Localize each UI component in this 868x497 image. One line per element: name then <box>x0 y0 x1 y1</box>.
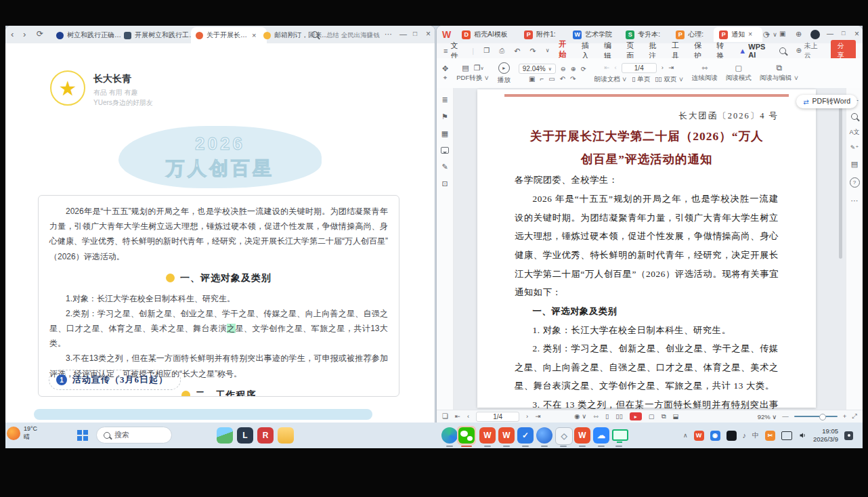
avatar[interactable] <box>810 30 820 39</box>
select-tool-icon[interactable]: ⌖ <box>443 74 448 81</box>
vertical-scrollbar[interactable] <box>839 96 842 259</box>
pdf-to-word-button[interactable]: ⇄ PDF转Word <box>796 95 857 108</box>
stamp-icon[interactable]: ⊡ <box>441 180 448 188</box>
prev-page-icon[interactable]: ‹ <box>467 413 469 420</box>
actual-size-icon[interactable]: ▣ <box>529 76 535 83</box>
maximize-button[interactable]: □ <box>413 30 417 37</box>
browser-globe-icon[interactable] <box>536 427 552 444</box>
play-group[interactable]: ▸ 播放 <box>498 62 511 85</box>
play-icon[interactable]: ▸ <box>498 62 510 74</box>
signature-icon[interactable]: ✎ <box>441 163 448 171</box>
minimize-button[interactable]: — <box>399 30 407 38</box>
read-mode-icon[interactable]: ▢ <box>649 413 655 420</box>
sidebar-toggle-icon[interactable]: ❏ <box>442 413 448 420</box>
chevron-down-icon[interactable]: ∨ <box>546 48 550 53</box>
weather-widget[interactable]: 19°C 晴 <box>7 425 37 441</box>
status-page-indicator[interactable]: 1/4 <box>476 412 519 422</box>
browser-tab-3-active[interactable]: 关于开展长… × <box>191 27 267 43</box>
volume-icon[interactable] <box>798 431 807 439</box>
more-menu-icon[interactable]: ⋯ <box>385 30 393 38</box>
tray-wps-icon[interactable]: W <box>694 431 704 441</box>
annotation-list-icon[interactable]: ≣ <box>441 96 448 104</box>
tray-qq-icon[interactable] <box>726 431 737 441</box>
browser-tab-2[interactable]: 开展树立和践行工… <box>119 27 199 43</box>
wps-tab-3[interactable]: W 艺术学院 <box>567 27 620 42</box>
fit-page-icon[interactable]: ⌐ <box>540 76 544 83</box>
side-by-side-icon[interactable]: ⧉ <box>661 413 666 420</box>
cloud-status[interactable]: ⊕ 未上云 <box>796 41 821 60</box>
app-l-icon[interactable]: L <box>237 427 253 444</box>
tab-close-icon[interactable]: × <box>748 31 752 38</box>
fullscreen-icon[interactable]: ⤢ <box>852 413 857 420</box>
thumbnail-icon[interactable]: ▦ <box>441 130 448 137</box>
view-options-icon[interactable]: ◉ ∨ <box>574 413 586 420</box>
wps-doc-icon[interactable]: W <box>498 427 515 444</box>
refresh-icon[interactable]: ⟳ <box>37 30 43 38</box>
workspace-icon[interactable]: ▣ <box>779 30 785 37</box>
close-button[interactable]: × <box>426 30 431 38</box>
fit-width-icon[interactable]: ▭ <box>548 76 555 83</box>
tray-capture-icon[interactable]: ✂ <box>765 431 775 441</box>
community-icon[interactable]: ⊕ <box>796 30 802 38</box>
read-edit-group[interactable]: ⧉ 阅读与编辑 ∨ <box>760 64 799 83</box>
account-name[interactable]: 长大长青 <box>93 73 131 85</box>
screen-cast-icon[interactable] <box>612 429 628 441</box>
image-convert-icon[interactable]: ▤ <box>462 64 469 72</box>
help-icon[interactable]: ? <box>850 177 860 188</box>
wps-logo[interactable]: W <box>442 29 451 40</box>
maximize-button[interactable]: □ <box>842 30 845 37</box>
next-page-icon[interactable]: › <box>526 413 528 420</box>
rotate-view-icon[interactable]: ⬓ <box>673 413 679 420</box>
forward-icon[interactable]: › <box>23 30 26 39</box>
hand-tool-icon[interactable]: ✥ <box>442 65 448 72</box>
wps-writer-icon[interactable]: W <box>479 427 496 444</box>
zoom-out-icon[interactable]: ⊖ <box>561 66 566 72</box>
tab-list-chevron-icon[interactable]: ∨ <box>773 32 777 38</box>
wps-tab-5[interactable]: P 心理: <box>670 27 714 42</box>
comment-icon[interactable] <box>441 147 449 154</box>
wps-office-icon[interactable]: W <box>574 427 590 444</box>
close-button[interactable]: × <box>854 30 859 38</box>
taskbar-search[interactable]: 搜索 <box>96 427 172 444</box>
cloud-drive-icon[interactable]: ☁ <box>593 427 609 444</box>
double-page-button[interactable]: ▯▯ 双页 ∨ <box>655 75 684 84</box>
prev-page-icon[interactable]: ‹ <box>615 64 617 71</box>
more-tools-icon[interactable]: ⋯ <box>851 197 859 204</box>
hex-app-icon[interactable]: ◇ <box>555 427 573 445</box>
zoom-out-icon[interactable]: — <box>782 413 789 420</box>
continuous-group[interactable]: ⇿ 连续阅读 <box>692 64 718 83</box>
edge-icon[interactable] <box>441 427 458 444</box>
tray-expand-icon[interactable]: ∧ <box>683 433 688 439</box>
widgets-icon[interactable] <box>217 427 233 444</box>
last-page-icon[interactable]: ⇥ <box>668 64 674 71</box>
wps-tab-1[interactable]: D 稻壳AI模板 <box>456 27 519 42</box>
wps-tab-4[interactable]: S 专升本: <box>620 27 670 42</box>
open-icon[interactable]: ❐ <box>483 47 490 54</box>
clock[interactable]: 19:05 2026/3/9 <box>813 427 838 444</box>
redo-icon[interactable]: ↷ <box>529 47 536 55</box>
zoom-in-icon[interactable]: ⊕ <box>571 66 576 72</box>
start-button[interactable] <box>77 430 88 441</box>
single-page-button[interactable]: ▯ 单页 <box>632 75 650 84</box>
zoom-percent[interactable]: 92% ∨ <box>758 413 777 420</box>
rotate-right-icon[interactable]: ↷ <box>570 76 576 83</box>
back-icon[interactable]: ‹ <box>11 30 14 39</box>
wps-ai-button[interactable]: ▲ WPS AI <box>739 43 770 59</box>
app-red-icon[interactable]: R <box>257 427 274 444</box>
zoom-select[interactable]: 92.04%∨ <box>519 64 556 74</box>
tab-close-icon[interactable]: × <box>252 32 256 39</box>
tray-security-icon[interactable]: ◉ <box>710 431 720 441</box>
double-page-icon[interactable]: ▯▯ <box>615 413 622 420</box>
find-icon[interactable] <box>851 113 858 120</box>
last-page-icon[interactable]: ⇥ <box>535 413 540 420</box>
rotate-icon[interactable]: ⟳ <box>581 66 586 72</box>
fit-width-icon[interactable]: ⇿ <box>593 413 599 420</box>
zoom-slider[interactable] <box>794 416 838 417</box>
microphone-icon[interactable]: ♪ <box>743 432 747 439</box>
presentation-icon[interactable]: ▸ <box>630 412 642 420</box>
translate-icon[interactable]: A文 <box>849 129 859 135</box>
summarize-extension[interactable]: 总结 全民出海赚钱 <box>326 31 380 40</box>
search-icon[interactable] <box>779 47 786 54</box>
ime-icon[interactable]: 中 <box>752 432 759 439</box>
read-mode-group[interactable]: ▢ 阅读模式 <box>726 64 752 83</box>
